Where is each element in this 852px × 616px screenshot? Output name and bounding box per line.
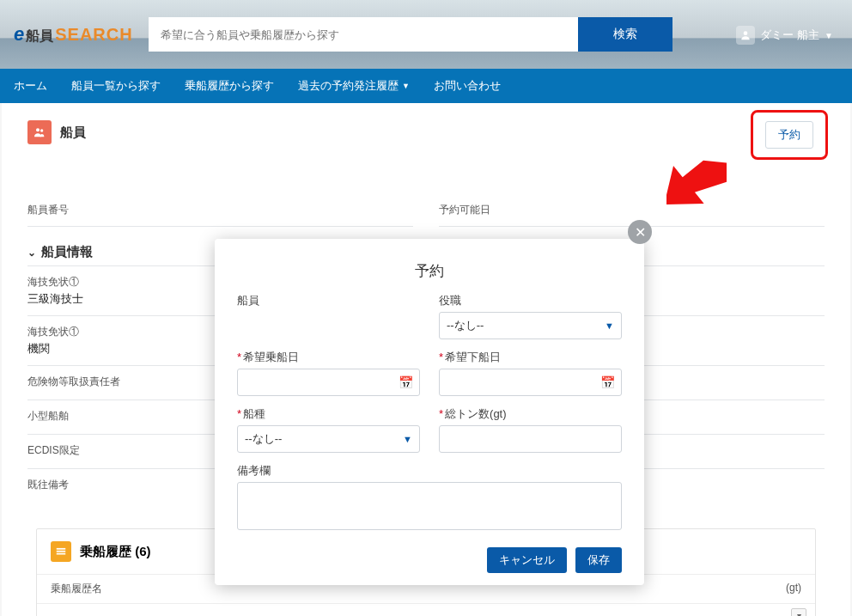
logo-e: e [14,23,24,46]
remarks-textarea[interactable] [237,482,622,530]
calendar-icon[interactable]: 📅 [600,375,615,389]
field-role: 役職 --なし-- ▼ [439,293,622,339]
field-shiptype-label: 船種 [243,407,265,420]
field-board-label: 希望乗船日 [243,351,299,363]
search-input[interactable] [149,17,578,52]
field-role-label: 役職 [439,293,622,308]
nav-bar: ホーム 船員一覧から探す 乗船履歴から探す 過去の予約発注履歴 ▼ お問い合わせ [0,69,852,103]
chevron-down-icon: ▼ [402,82,410,90]
field-crew-no-label: 船員番号 [27,203,413,217]
field-shiptype: *船種 --なし-- ▼ [237,406,420,453]
history-col-gt: (gt) [786,582,801,596]
field-leave-date: *希望下船日 📅 [439,350,622,396]
role-select-value: --なし-- [447,318,484,333]
search-bar: 検索 [149,17,672,52]
nav-home[interactable]: ホーム [14,78,47,94]
chevron-down-icon: ⌄ [27,247,36,259]
field-remarks-label: 備考欄 [237,463,622,479]
close-icon[interactable]: ✕ [628,220,652,244]
svg-point-2 [40,129,43,131]
field-crew: 船員 [237,293,420,339]
role-select[interactable]: --なし-- ▼ [439,312,622,339]
user-menu[interactable]: ダミー 船主 ▼ [736,26,833,45]
field-leave-label: 希望下船日 [445,351,501,363]
field-gt-label: 総トン数(gt) [445,407,507,420]
user-icon [736,26,755,45]
leave-date-input[interactable] [439,369,622,396]
field-remarks: 備考欄 [237,463,622,534]
history-title: 乗船履歴 (6) [80,544,151,560]
field-gt: *総トン数(gt) [439,406,622,453]
user-name: ダミー 船主 [760,27,819,43]
svg-marker-6 [666,160,727,208]
field-available-label: 予約可能日 [439,203,825,217]
svg-rect-3 [57,548,66,550]
save-button[interactable]: 保存 [575,547,622,573]
field-crew-no: 船員番号 [27,194,413,227]
logo-cn: 船員 [26,27,53,46]
history-row[interactable]: ▾ [37,603,815,616]
reserve-highlight: 予約 [751,110,828,160]
search-button[interactable]: 検索 [578,17,672,52]
chevron-down-icon: ▼ [403,434,412,444]
svg-rect-4 [57,551,66,552]
history-icon [51,541,71,562]
svg-point-1 [36,128,40,131]
nav-past-orders[interactable]: 過去の予約発注履歴 ▼ [298,78,410,94]
chevron-down-icon[interactable]: ▾ [791,608,806,616]
svg-point-0 [744,31,748,35]
section-crew-info-label: 船員情報 [41,244,93,260]
page-title: 船員 [60,125,86,141]
cancel-button[interactable]: キャンセル [487,547,567,573]
gt-input[interactable] [439,425,622,453]
modal-title: 予約 [215,239,644,293]
field-board-date: *希望乗船日 📅 [237,350,420,396]
calendar-icon[interactable]: 📅 [399,375,413,389]
nav-crew-list[interactable]: 船員一覧から探す [71,78,161,94]
shiptype-select-value: --なし-- [245,431,282,447]
nav-contact[interactable]: お問い合わせ [434,78,501,94]
annotation-arrow-icon [666,160,727,211]
nav-past-orders-label: 過去の予約発注履歴 [298,78,399,94]
reserve-button[interactable]: 予約 [765,121,813,149]
field-crew-label: 船員 [237,293,420,308]
logo: e 船員 SEARCH [14,23,133,46]
logo-search: SEARCH [55,25,132,45]
page-title-row: 船員 [27,120,825,144]
header-banner: e 船員 SEARCH 検索 ダミー 船主 ▼ [0,0,852,69]
svg-rect-5 [57,553,66,555]
reserve-modal: ✕ 予約 船員 役職 --なし-- ▼ *希望乗船日 📅 *希望下船日 📅 [215,239,644,585]
shiptype-select[interactable]: --なし-- ▼ [237,425,420,453]
chevron-down-icon: ▼ [605,320,614,331]
board-date-input[interactable] [237,369,420,396]
crew-icon [27,120,52,144]
nav-history-search[interactable]: 乗船履歴から探す [185,78,274,94]
caret-down-icon: ▼ [825,31,833,40]
history-col-name: 乗船履歴名 [51,582,102,596]
